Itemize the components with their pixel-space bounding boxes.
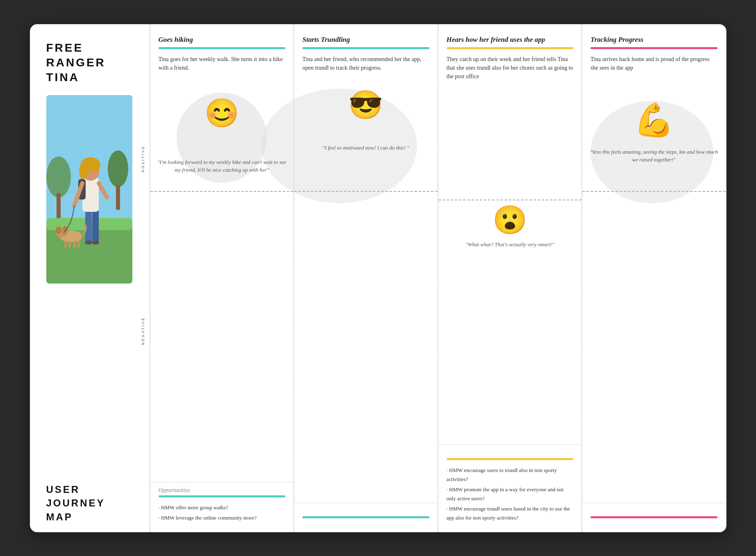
y-axis-positive: POSITIVE	[141, 145, 145, 172]
col4-title: Tracking Progress	[590, 36, 717, 44]
col1-opp-content: HMW offer more group walks? HMW leverage…	[150, 501, 294, 532]
journey-area: POSITIVE NEGATIVE Goes hiking Tina goes …	[136, 24, 726, 532]
svg-point-5	[108, 150, 128, 187]
col4-opp-bar	[590, 516, 717, 518]
col2-header: Starts Trundling Tina and her friend, wh…	[294, 24, 438, 76]
col-tracking-progress: Tracking Progress Tina arrives back home…	[581, 24, 726, 532]
col1-opp-label: Opportunities	[150, 482, 294, 495]
col1-emoji: 😊	[204, 97, 239, 129]
col4-quote: "Yess this feels amazing, seeing the ste…	[586, 148, 722, 164]
svg-rect-24	[73, 241, 76, 248]
col3-opp-bar	[447, 458, 574, 460]
col4-header: Tracking Progress Tina arrives back home…	[582, 24, 726, 76]
svg-rect-4	[57, 193, 61, 218]
col2-desc: Tina and her friend, who recommended her…	[302, 55, 429, 72]
col2-opportunities	[294, 503, 438, 532]
svg-point-3	[46, 157, 71, 197]
col3-midline	[438, 200, 582, 200]
col1-opp-bar	[159, 495, 286, 497]
col3-opp-label	[438, 445, 582, 458]
col1-header: Goes hiking Tina goes for her weekly wal…	[150, 24, 294, 76]
col1-opp-item-2: HMW leverage the online community more?	[159, 513, 286, 522]
col2-title: Starts Trundling	[302, 36, 429, 44]
col3-opp-item-3: HMW encourage trundl users based in the …	[447, 504, 574, 522]
col2-quote: "I feel so motivated now! I can do this!…	[298, 144, 434, 152]
svg-point-17	[79, 163, 87, 179]
svg-rect-6	[116, 185, 120, 210]
col2-opp-bar	[302, 516, 429, 518]
col4-opp-label	[582, 503, 726, 516]
col1-opp-item-1: HMW offer more group walks?	[159, 503, 286, 512]
col3-bar	[447, 47, 574, 49]
col3-header: Hears how her friend uses the app They c…	[438, 24, 582, 85]
col4-midline	[582, 191, 726, 192]
col1-midline	[150, 191, 294, 192]
persona-title: FREE RANGER TINA	[46, 41, 128, 85]
col2-emotion: 😎 "I feel so motivated now! I can do thi…	[294, 76, 438, 503]
journey-map-card: FREE RANGER TINA	[30, 24, 726, 532]
col3-emoji: 😮	[493, 204, 527, 236]
col3-emotion: 😮 "What what? That's actually very smart…	[438, 85, 582, 445]
col1-bar	[159, 47, 286, 49]
col2-emoji: 😎	[348, 89, 383, 121]
col4-emotion: 💪 "Yess this feels amazing, seeing the s…	[582, 76, 726, 503]
col3-title: Hears how her friend uses the app	[447, 36, 574, 44]
svg-point-9	[85, 241, 92, 245]
col3-opp-item-2: HMW promote the app in a way for everyon…	[447, 485, 574, 503]
col4-bar	[590, 47, 717, 49]
col1-desc: Tina goes for her weekly walk. She turns…	[159, 55, 286, 72]
col1-title: Goes hiking	[159, 36, 286, 44]
svg-point-10	[92, 241, 99, 245]
svg-point-20	[56, 226, 61, 234]
col3-desc: They catch up on their week and her frie…	[447, 55, 574, 81]
col-goes-hiking: Goes hiking Tina goes for her weekly wal…	[150, 24, 294, 532]
col3-opp-item-1: HMW encourage users to trundl also in no…	[447, 466, 574, 484]
bottom-label: USER JOURNEY MAP	[46, 466, 128, 524]
svg-rect-22	[64, 241, 67, 248]
col1-quote: "I'm looking forward to my weekly hike a…	[154, 158, 290, 174]
svg-rect-23	[68, 241, 71, 248]
col4-desc: Tina arrives back home and is proud of t…	[590, 55, 717, 72]
col3-quote: "What what? That's actually very smart!"	[443, 241, 578, 249]
col2-opp-content	[294, 522, 438, 532]
col-starts-trundling: Starts Trundling Tina and her friend, wh…	[293, 24, 438, 532]
persona-image	[46, 95, 132, 284]
col2-bar	[302, 47, 429, 49]
svg-rect-8	[92, 210, 99, 243]
col4-emoji: 💪	[633, 101, 674, 139]
col1-opportunities: Opportunities HMW offer more group walks…	[150, 482, 294, 532]
left-panel: FREE RANGER TINA	[30, 24, 136, 532]
col3-opportunities: HMW encourage users to trundl also in no…	[438, 445, 582, 532]
y-axis-negative: NEGATIVE	[141, 317, 145, 345]
col4-opportunities	[582, 503, 726, 532]
svg-rect-25	[77, 241, 80, 248]
col2-opp-label	[294, 503, 438, 516]
col3-opp-content: HMW encourage users to trundl also in no…	[438, 463, 582, 532]
col4-opp-content	[582, 522, 726, 532]
col-hears-friend: Hears how her friend uses the app They c…	[438, 24, 582, 532]
col2-midline	[294, 191, 438, 192]
